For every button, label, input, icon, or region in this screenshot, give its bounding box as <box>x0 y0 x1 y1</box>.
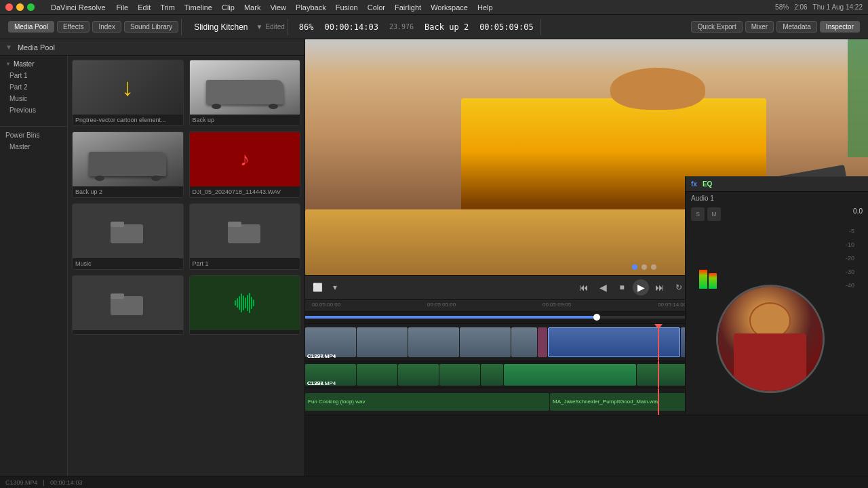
media-label-van1: Back up <box>190 115 300 125</box>
main-content: ▼ Media Pool ▼ Master Part 1 Part 2 Musi… <box>0 39 868 476</box>
tree-item-part2[interactable]: Part 2 <box>0 81 67 93</box>
transport-controls: ⏮ ◀ ■ ▶ ⏭ ↻ <box>576 279 687 296</box>
menu-items: File Edit Trim Timeline Clip Mark View P… <box>117 3 493 12</box>
tree-item-master[interactable]: ▼ Master <box>0 58 67 70</box>
menu-fusion[interactable]: Fusion <box>336 3 358 12</box>
tree-panel: ▼ Master Part 1 Part 2 Music Previous Po… <box>0 56 68 476</box>
project-name: Sliding Kitchen <box>189 22 253 32</box>
date-time: Thu 1 Aug 14:22 <box>813 3 863 11</box>
metadata-button[interactable]: Metadata <box>776 21 817 33</box>
viewer-options-button[interactable]: ▾ <box>328 281 342 294</box>
media-item-folder-part1[interactable]: Part 1 <box>189 203 301 270</box>
media-pool-button[interactable]: Media Pool <box>8 21 54 33</box>
menu-file[interactable]: File <box>117 3 129 12</box>
audio-meter-display: -5 -10 -20 -30 -40 <box>686 224 868 291</box>
ruler-timecode-after: 00:05:14:00 <box>658 302 686 308</box>
time-display: 2:06 <box>794 3 807 11</box>
clip-audio-main-1[interactable]: Fun Cooking (loop).wav <box>305 393 549 411</box>
mute-button[interactable]: M <box>707 207 721 221</box>
media-item-van1[interactable]: Back up <box>189 60 301 126</box>
inspector-button[interactable]: Inspector <box>820 21 860 33</box>
media-pool-title: Media Pool <box>18 43 55 52</box>
tree-item-power-master[interactable]: Master <box>0 141 67 152</box>
clip-c1297-4[interactable]: C1297.MP4 <box>460 327 511 357</box>
clip-selected-blue[interactable] <box>548 327 680 357</box>
status-clip-id: C1309.MP4 <box>5 479 38 486</box>
fx-label: fx <box>691 180 697 188</box>
scrubber-playhead[interactable] <box>593 314 600 321</box>
meter-bar-2 <box>709 273 717 289</box>
svg-rect-0 <box>111 224 143 243</box>
media-item-van2[interactable]: Back up 2 <box>72 131 184 198</box>
tool-section-right: Quick Export Mixer Metadata Inspector <box>688 19 863 35</box>
maximize-button[interactable] <box>27 3 35 11</box>
media-item-audio[interactable]: DJI_05_20240718_114443.WAV <box>189 131 301 198</box>
svg-rect-3 <box>228 222 241 227</box>
menu-trim[interactable]: Trim <box>160 3 175 12</box>
menu-edit[interactable]: Edit <box>138 3 151 12</box>
go-to-end-button[interactable]: ⏭ <box>652 279 668 296</box>
clip-audio-c1297-2[interactable]: C1297... <box>357 364 397 386</box>
clip-c1297-3[interactable]: C1297.MP4 <box>408 327 459 357</box>
tree-item-music[interactable]: Music <box>0 93 67 104</box>
menu-workspace[interactable]: Workspace <box>431 3 468 12</box>
left-panel: ▼ Media Pool ▼ Master Part 1 Part 2 Musi… <box>0 39 305 476</box>
audio-panel: fx EQ Audio 1 S M 0.0 -5 -10 -20 -30 <box>685 176 868 413</box>
clip-audio-c1308[interactable]: C1308... <box>481 364 503 386</box>
tree-item-power-bins[interactable]: Power Bins <box>0 129 67 141</box>
tree-item-previous[interactable]: Previous <box>0 104 67 116</box>
solo-button[interactable]: S <box>691 207 705 221</box>
ruler-timecode-start: 00:05:00:00 <box>312 302 340 308</box>
panel-collapse-icon[interactable]: ▼ <box>5 43 12 51</box>
clip-c1-short[interactable]: C1... <box>511 327 537 357</box>
tree-item-part1[interactable]: Part 1 <box>0 70 67 81</box>
tool-section-playback: 86% 00:00:14:03 23.976 Back up 2 00:05:0… <box>292 19 541 35</box>
index-button[interactable]: Index <box>92 21 121 33</box>
status-bar: C1309.MP4 | 00:00:14:03 <box>0 476 868 488</box>
eq-label: EQ <box>703 180 712 188</box>
ruler-timecode-current: 00:05:09:05 <box>542 302 571 308</box>
clip-audio-c1297-4[interactable]: C1297... <box>439 364 480 386</box>
menu-view[interactable]: View <box>270 3 286 12</box>
meter-scale: -5 -10 -20 -30 -40 <box>846 228 854 289</box>
tool-section-project: Sliding Kitchen ▼ Edited <box>186 19 288 35</box>
aspect-ratio-button[interactable]: ⬜ <box>311 281 324 294</box>
tree-label-previous: Previous <box>9 106 36 114</box>
sound-library-button[interactable]: Sound Library <box>124 21 178 33</box>
media-item-folder-music[interactable]: Music <box>72 203 184 270</box>
close-button[interactable] <box>5 3 13 11</box>
mixer-button[interactable]: Mixer <box>745 21 774 33</box>
effects-button[interactable]: Effects <box>57 21 90 33</box>
clip-audio-c1297-3[interactable]: C1297... <box>398 364 439 386</box>
media-grid: Pngtree-vector cartoon element... Back u… <box>72 60 300 335</box>
menu-fairlight[interactable]: Fairlight <box>395 3 421 12</box>
minimize-button[interactable] <box>16 3 24 11</box>
menu-help[interactable]: Help <box>477 3 493 12</box>
scrubber-dots <box>632 264 656 270</box>
menu-mark[interactable]: Mark <box>244 3 260 12</box>
menu-playback[interactable]: Playback <box>296 3 326 12</box>
menu-timeline[interactable]: Timeline <box>184 3 212 12</box>
toolbar: Media Pool Effects Index Sound Library S… <box>0 15 868 39</box>
stop-button[interactable]: ■ <box>614 279 630 296</box>
menu-clip[interactable]: Clip <box>222 3 235 12</box>
status-separator: | <box>43 479 45 486</box>
clip-c1308[interactable] <box>538 327 547 357</box>
media-item-arrow[interactable]: Pngtree-vector cartoon element... <box>72 60 184 126</box>
clip-label-c1324-2: C1324.MP4 <box>307 353 336 359</box>
play-button[interactable]: ▶ <box>633 279 649 296</box>
battery-indicator: 58% <box>775 3 789 11</box>
dropdown-arrow[interactable]: ▼ <box>256 23 263 30</box>
go-to-start-button[interactable]: ⏮ <box>576 279 592 296</box>
tree-label-power-master: Master <box>9 143 31 150</box>
menu-color[interactable]: Color <box>368 3 385 12</box>
clip-audio-selected[interactable] <box>504 364 636 386</box>
clip-audio-main-label-2: MA_JakeSchneider_PumpItGood_Main.wav <box>553 399 659 405</box>
zoom-level: 86% <box>295 22 318 32</box>
clip-c1297-2[interactable]: C1297.MP4 <box>357 327 408 357</box>
media-item-waveform[interactable] <box>189 275 301 335</box>
media-item-folder2[interactable] <box>72 275 184 335</box>
quick-export-button[interactable]: Quick Export <box>691 21 742 33</box>
step-back-button[interactable]: ◀ <box>595 279 611 296</box>
timeline-timecode: 00:05:09:05 <box>475 22 537 32</box>
